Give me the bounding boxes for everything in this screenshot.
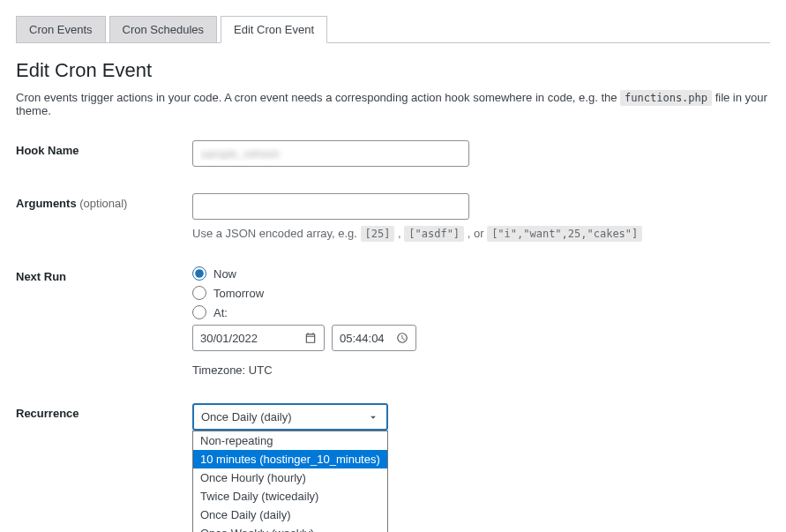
- hint-code-3: ["i","want",25,"cakes"]: [487, 226, 642, 242]
- next-run-tomorrow-radio[interactable]: [192, 286, 206, 300]
- recurrence-label: Recurrence: [16, 403, 192, 420]
- hint-text: Use a JSON encoded array, e.g.: [192, 227, 361, 240]
- recurrence-dropdown: Non-repeating10 minutes (hostinger_10_mi…: [192, 431, 388, 532]
- next-run-at-option[interactable]: At:: [192, 305, 770, 319]
- desc-code: functions.php: [620, 90, 712, 106]
- arguments-hint: Use a JSON encoded array, e.g. [25] , ["…: [192, 227, 770, 240]
- hint-code-2: ["asdf"]: [404, 226, 464, 242]
- recurrence-option[interactable]: Non-repeating: [193, 431, 387, 450]
- next-run-now-radio[interactable]: [192, 266, 206, 281]
- next-run-label: Next Run: [16, 266, 192, 283]
- next-run-now-option[interactable]: Now: [192, 266, 770, 281]
- recurrence-select[interactable]: Once Daily (daily): [192, 403, 388, 431]
- desc-text: Cron events trigger actions in your code…: [16, 91, 620, 104]
- next-run-at-radio[interactable]: [192, 305, 206, 319]
- recurrence-option[interactable]: 10 minutes (hostinger_10_minutes): [193, 450, 387, 468]
- hint-sep-2: , or: [468, 227, 487, 240]
- tab-cron-schedules[interactable]: Cron Schedules: [109, 16, 218, 43]
- timezone-text: Timezone: UTC: [192, 363, 770, 377]
- arguments-label-text: Arguments: [16, 197, 79, 210]
- chevron-down-icon: [367, 411, 379, 423]
- recurrence-option[interactable]: Once Hourly (hourly): [193, 468, 387, 487]
- hint-code-1: [25]: [361, 226, 395, 242]
- hook-name-input[interactable]: [192, 140, 469, 167]
- arguments-label: Arguments (optional): [16, 193, 192, 210]
- recurrence-option[interactable]: Once Weekly (weekly): [193, 524, 387, 532]
- tab-edit-cron-event[interactable]: Edit Cron Event: [221, 16, 327, 43]
- tab-cron-events[interactable]: Cron Events: [16, 16, 106, 43]
- next-run-tomorrow-option[interactable]: Tomorrow: [192, 286, 770, 300]
- next-run-now-text: Now: [213, 267, 236, 281]
- recurrence-option[interactable]: Twice Daily (twicedaily): [193, 487, 387, 506]
- next-run-time-value: 05:44:04: [340, 332, 385, 345]
- next-run-date-value: 30/01/2022: [200, 332, 258, 345]
- clock-icon: [396, 332, 408, 344]
- calendar-icon: [304, 332, 317, 344]
- page-title: Edit Cron Event: [16, 59, 770, 82]
- next-run-time-input[interactable]: 05:44:04: [332, 325, 416, 351]
- next-run-at-text: At:: [213, 306, 228, 319]
- hook-name-label: Hook Name: [16, 140, 192, 157]
- arguments-optional-text: (optional): [79, 197, 127, 210]
- next-run-tomorrow-text: Tomorrow: [213, 287, 264, 300]
- page-description: Cron events trigger actions in your code…: [16, 91, 770, 117]
- recurrence-option[interactable]: Once Daily (daily): [193, 506, 387, 524]
- recurrence-selected-value: Once Daily (daily): [201, 410, 292, 423]
- arguments-input[interactable]: [192, 193, 469, 220]
- next-run-date-input[interactable]: 30/01/2022: [192, 325, 325, 351]
- tab-bar: Cron Events Cron Schedules Edit Cron Eve…: [16, 16, 770, 43]
